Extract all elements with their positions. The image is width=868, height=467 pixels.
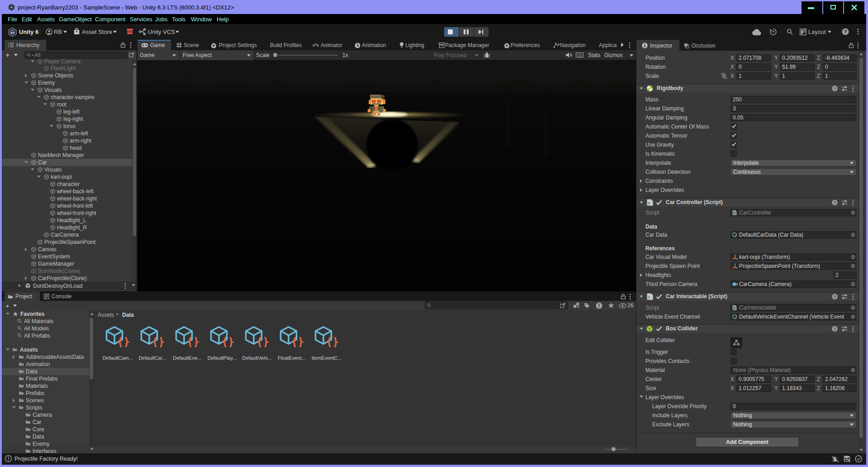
svg-text:#: #: [648, 201, 650, 205]
svg-text:?: ?: [834, 295, 836, 299]
svg-text:{}: {}: [735, 234, 738, 238]
svg-text:#: #: [648, 295, 650, 300]
svg-text:?: ?: [834, 327, 836, 331]
svg-text:?: ?: [834, 86, 836, 91]
svg-text:{}: {}: [735, 316, 738, 319]
svg-text:?: ?: [834, 200, 836, 205]
svg-text:?: ?: [844, 29, 847, 34]
